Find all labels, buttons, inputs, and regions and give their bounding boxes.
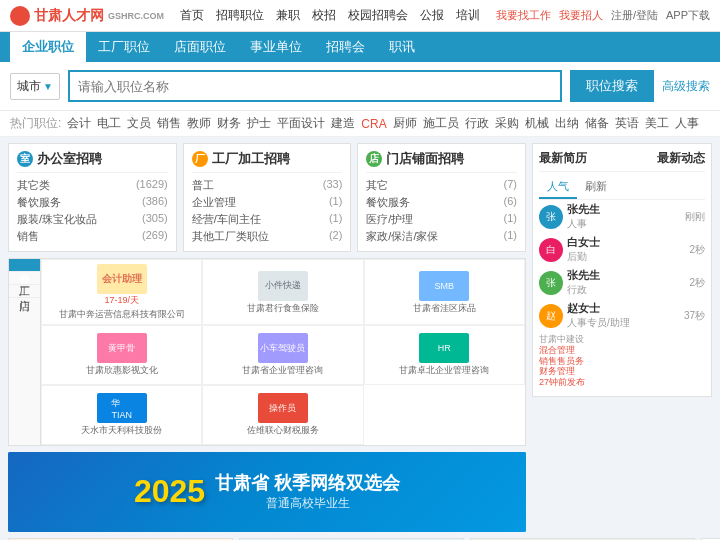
hot-job-art[interactable]: 美工 bbox=[645, 115, 669, 132]
company-item-8[interactable]: 操作员 佐维联心财税服务 bbox=[202, 385, 363, 445]
hot-job-cashier[interactable]: 出纳 bbox=[555, 115, 579, 132]
activity-label: 最新动态 bbox=[657, 150, 705, 167]
tab-popularity[interactable]: 人气 bbox=[539, 176, 577, 199]
nav-campus-fair[interactable]: 校园招聘会 bbox=[348, 7, 408, 24]
office-title: 办公室招聘 bbox=[37, 150, 102, 168]
cat-item-other: 其它类 (1629) bbox=[17, 177, 168, 194]
hot-job-accounting[interactable]: 会计 bbox=[67, 115, 91, 132]
company-item-4[interactable]: 黄甲骨 甘肃欣惠影视文化 bbox=[41, 325, 202, 385]
hot-job-sales[interactable]: 销售 bbox=[157, 115, 181, 132]
company-name-3: 甘肃省洼区床品 bbox=[413, 303, 476, 314]
hot-job-construction[interactable]: 建造 bbox=[331, 115, 355, 132]
shop-icon: 店 bbox=[366, 151, 382, 167]
tab-enterprise[interactable]: 企业职位 bbox=[10, 32, 86, 62]
resume-name-1: 张先生 bbox=[567, 202, 681, 217]
city-arrow-icon: ▼ bbox=[43, 81, 53, 92]
tab-shop[interactable]: 店面职位 bbox=[162, 32, 238, 62]
app-btn[interactable]: APP下载 bbox=[666, 8, 710, 23]
search-button[interactable]: 职位搜索 bbox=[570, 70, 654, 102]
shop-medical-link[interactable]: 医疗/护理 bbox=[366, 212, 413, 227]
factory-mgmt-count: (1) bbox=[329, 195, 342, 210]
recruit-btn[interactable]: 我要招人 bbox=[559, 8, 603, 23]
hot-job-finance[interactable]: 财务 bbox=[217, 115, 241, 132]
nav-home[interactable]: 首页 bbox=[180, 7, 204, 24]
factory-other-link[interactable]: 其他工厂类职位 bbox=[192, 229, 269, 244]
tab-institution[interactable]: 事业单位 bbox=[238, 32, 314, 62]
hot-job-reserve[interactable]: 储备 bbox=[585, 115, 609, 132]
logo: 甘肃人才网 GSHRC.COM bbox=[10, 6, 164, 26]
company-item-7[interactable]: 华TIAN 天水市天利科技股份 bbox=[41, 385, 202, 445]
hot-job-chef[interactable]: 厨师 bbox=[393, 115, 417, 132]
shop-other-link[interactable]: 其它 bbox=[366, 178, 388, 193]
shop-medical-count: (1) bbox=[504, 212, 517, 227]
company-name-4: 甘肃欣惠影视文化 bbox=[86, 365, 158, 376]
company-item-3[interactable]: SMB 甘肃省洼区床品 bbox=[364, 259, 525, 325]
main-nav: 首页 招聘职位 兼职 校招 校园招聘会 公报 培训 bbox=[180, 7, 480, 24]
company-item-5[interactable]: 小车驾驶员 甘肃省企业管理咨询 bbox=[202, 325, 363, 385]
city-select[interactable]: 城市 ▼ bbox=[10, 73, 60, 100]
hot-job-cra[interactable]: CRA bbox=[361, 117, 386, 131]
hot-job-nurse[interactable]: 护士 bbox=[247, 115, 271, 132]
tab-job-fair[interactable]: 招聘会 bbox=[314, 32, 377, 62]
sidenav-office[interactable]: 办公室 bbox=[9, 259, 40, 272]
tab-factory[interactable]: 工厂职位 bbox=[86, 32, 162, 62]
nav-parttime[interactable]: 兼职 bbox=[276, 7, 300, 24]
sidenav-shop[interactable]: 门店 bbox=[9, 285, 40, 298]
cat-other-count: (1629) bbox=[136, 178, 168, 193]
avatar-1: 张 bbox=[539, 205, 563, 229]
company-item-2[interactable]: 小件快递 甘肃君行食鱼保险 bbox=[202, 259, 363, 325]
hot-job-electrician[interactable]: 电工 bbox=[97, 115, 121, 132]
shop-header: 店 门店铺面招聘 bbox=[366, 150, 517, 173]
advanced-search-link[interactable]: 高级搜索 bbox=[662, 78, 710, 95]
cat-fashion-link[interactable]: 服装/珠宝化妆品 bbox=[17, 212, 97, 227]
cat-other-link[interactable]: 其它类 bbox=[17, 178, 50, 193]
shop-catering-link[interactable]: 餐饮服务 bbox=[366, 195, 410, 210]
hot-job-design[interactable]: 平面设计 bbox=[277, 115, 325, 132]
company-item-1[interactable]: 会计助理 17-19/天 甘肃中奔运营信息科技有限公司 bbox=[41, 259, 202, 325]
hot-job-teacher[interactable]: 教师 bbox=[187, 115, 211, 132]
factory-mgmt-link[interactable]: 企业管理 bbox=[192, 195, 236, 210]
resume-time-1: 刚刚 bbox=[685, 210, 705, 224]
resume-sidebar: 最新简历 最新动态 人气 刷新 张 张先生 人事 刚刚 白 白女士 后勤 bbox=[532, 143, 712, 397]
cat-item-sales: 销售 (269) bbox=[17, 228, 168, 245]
shop-item-catering: 餐饮服务 (6) bbox=[366, 194, 517, 211]
shop-category: 店 门店铺面招聘 其它 (7) 餐饮服务 (6) 医疗/护理 (1) 家政/保洁… bbox=[357, 143, 526, 252]
nav-jobs[interactable]: 招聘职位 bbox=[216, 7, 264, 24]
factory-category: 厂 工厂加工招聘 普工 (33) 企业管理 (1) 经营/车间主任 (1) 其他… bbox=[183, 143, 352, 252]
tab-refresh[interactable]: 刷新 bbox=[577, 176, 615, 199]
sidenav-factory[interactable]: 工厂 bbox=[9, 272, 40, 285]
office-icon: 室 bbox=[17, 151, 33, 167]
left-panel: 室 办公室招聘 其它类 (1629) 餐饮服务 (386) 服装/珠宝化妆品 (… bbox=[8, 143, 526, 532]
resume-time-3: 2秒 bbox=[689, 276, 705, 290]
shop-housekeep-link[interactable]: 家政/保洁/家保 bbox=[366, 229, 438, 244]
nav-campus-recruit[interactable]: 校招 bbox=[312, 7, 336, 24]
office-category: 室 办公室招聘 其它类 (1629) 餐饮服务 (386) 服装/珠宝化妆品 (… bbox=[8, 143, 177, 252]
hot-job-site[interactable]: 施工员 bbox=[423, 115, 459, 132]
factory-header: 厂 工厂加工招聘 bbox=[192, 150, 343, 173]
hot-job-hr[interactable]: 人事 bbox=[675, 115, 699, 132]
resume-item-3: 张 张先生 行政 2秒 bbox=[539, 266, 705, 299]
cat-sales-count: (269) bbox=[142, 229, 168, 244]
nav-news[interactable]: 公报 bbox=[420, 7, 444, 24]
factory-other-count: (2) bbox=[329, 229, 342, 244]
hot-job-admin[interactable]: 行政 bbox=[465, 115, 489, 132]
hot-job-purchase[interactable]: 采购 bbox=[495, 115, 519, 132]
company-item-6[interactable]: HR 甘肃卓北企业管理咨询 bbox=[364, 325, 525, 385]
hot-job-mechanical[interactable]: 机械 bbox=[525, 115, 549, 132]
cat-catering-link[interactable]: 餐饮服务 bbox=[17, 195, 61, 210]
company-logos-inner: 办公室 工厂 门店 会计助理 17-19/天 甘肃中奔运营信息科技有限公司 小件… bbox=[9, 259, 525, 445]
resume-pos-1: 人事 bbox=[567, 217, 681, 231]
search-input[interactable] bbox=[70, 79, 560, 94]
cat-sales-link[interactable]: 销售 bbox=[17, 229, 39, 244]
tab-news[interactable]: 职讯 bbox=[377, 32, 427, 62]
hot-job-clerk[interactable]: 文员 bbox=[127, 115, 151, 132]
banner-subtitle: 普通高校毕业生 bbox=[215, 495, 400, 512]
login-btn[interactable]: 注册/登陆 bbox=[611, 8, 658, 23]
cat-catering-count: (386) bbox=[142, 195, 168, 210]
nav-training[interactable]: 培训 bbox=[456, 7, 480, 24]
city-label: 城市 bbox=[17, 78, 41, 95]
factory-ops-link[interactable]: 经营/车间主任 bbox=[192, 212, 261, 227]
find-work-btn[interactable]: 我要找工作 bbox=[496, 8, 551, 23]
hot-job-english[interactable]: 英语 bbox=[615, 115, 639, 132]
factory-general-link[interactable]: 普工 bbox=[192, 178, 214, 193]
